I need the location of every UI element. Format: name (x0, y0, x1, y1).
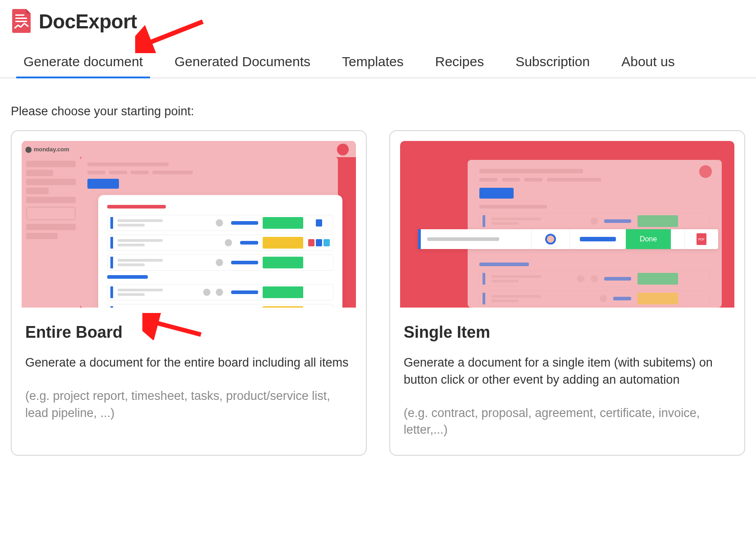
cards-container: ⬤ monday.com E (0, 130, 756, 456)
docexport-logo-icon (11, 8, 39, 35)
card-single-item-illustration: Done (400, 141, 734, 308)
tab-subscription[interactable]: Subscription (515, 54, 590, 77)
card-entire-board-examples: (e.g. project report, timesheet, tasks, … (25, 388, 352, 422)
tabs-bar: Generate document Generated Documents Te… (0, 40, 756, 78)
card-entire-board-title: Entire Board (25, 323, 352, 342)
card-single-item-description: Generate a document for a single item (w… (404, 354, 731, 389)
tab-recipes[interactable]: Recipes (435, 54, 484, 77)
tab-generate-document[interactable]: Generate document (23, 54, 143, 77)
card-single-item-title: Single Item (404, 323, 731, 342)
card-entire-board-illustration: ⬤ monday.com (22, 141, 356, 308)
illustration-done-status: Done (626, 229, 671, 249)
tab-about-us[interactable]: About us (621, 54, 674, 77)
app-header: DocExport (0, 0, 756, 40)
pdf-icon (697, 233, 706, 245)
app-title: DocExport (39, 10, 137, 33)
tab-generated-documents[interactable]: Generated Documents (174, 54, 310, 77)
svg-rect-2 (15, 21, 27, 22)
card-single-item[interactable]: Done Single Item Generate a document for… (389, 130, 745, 456)
card-entire-board-description: Generate a document for the entire board… (25, 354, 352, 372)
starting-point-prompt: Please choose your starting point: (0, 78, 756, 130)
svg-rect-1 (15, 18, 27, 19)
card-entire-board[interactable]: ⬤ monday.com E (11, 130, 367, 456)
svg-rect-0 (15, 14, 24, 16)
tab-templates[interactable]: Templates (342, 54, 404, 77)
card-single-item-examples: (e.g. contract, proposal, agreement, cer… (404, 405, 731, 439)
